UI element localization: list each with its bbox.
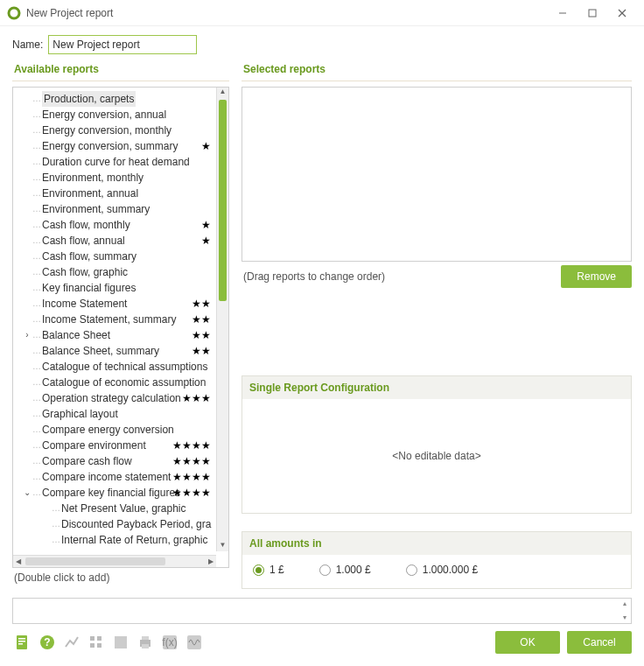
tree-dots: … xyxy=(32,485,40,501)
svg-rect-7 xyxy=(18,641,25,642)
tree-item[interactable]: …Income Statement, summary★★ xyxy=(17,312,213,327)
svg-text:?: ? xyxy=(44,636,50,648)
tree-item[interactable]: …Environment, monthly xyxy=(17,170,213,186)
name-row: Name: xyxy=(0,26,644,60)
star-icon: ★★★★ xyxy=(172,485,211,501)
svg-rect-2 xyxy=(589,10,596,17)
tree-item[interactable]: …Graphical layout xyxy=(17,406,213,422)
radio-label: 1.000.000 £ xyxy=(423,564,478,576)
status-box: ▴ ▾ xyxy=(12,598,632,624)
tree-item-label: Energy conversion, annual xyxy=(42,107,166,123)
tree-item[interactable]: …Cash flow, annual★ xyxy=(17,233,213,249)
horizontal-scrollbar[interactable]: ◀ ▶ xyxy=(13,555,216,567)
tree-dots: … xyxy=(32,296,40,312)
scroll-right-icon[interactable]: ▶ xyxy=(206,556,216,567)
star-icon: ★★★★ xyxy=(172,438,211,453)
help-icon[interactable]: ? xyxy=(37,632,58,653)
chevron-down-icon[interactable]: ⌄ xyxy=(22,485,32,501)
grid-icon[interactable] xyxy=(86,632,107,653)
remove-button[interactable]: Remove xyxy=(561,265,632,288)
amount-radio[interactable]: 1.000.000 £ xyxy=(406,564,478,576)
name-input[interactable] xyxy=(48,35,197,54)
tree-item[interactable]: …Income Statement★★ xyxy=(17,296,213,312)
tree-item-label: Cash flow, graphic xyxy=(42,264,128,280)
star-icon: ★★★★ xyxy=(172,469,211,485)
tree-item-label: Balance Sheet, summary xyxy=(42,343,159,359)
chart-icon[interactable] xyxy=(61,632,82,653)
print-icon[interactable] xyxy=(135,632,156,653)
cancel-button[interactable]: Cancel xyxy=(567,631,632,654)
tree-dots: … xyxy=(32,438,40,453)
tree-item[interactable]: …Operation strategy calculation★★★ xyxy=(17,390,213,406)
tree-item-label: Internal Rate of Return, graphic xyxy=(61,532,207,548)
radio-icon xyxy=(319,564,331,576)
tree-item[interactable]: …Key financial figures xyxy=(17,280,213,296)
selected-reports-list[interactable] xyxy=(242,87,632,262)
tree-item[interactable]: …Production, carpets xyxy=(17,91,213,107)
scroll-left-icon[interactable]: ◀ xyxy=(13,556,24,567)
tree-item[interactable]: …Cash flow, summary xyxy=(17,249,213,264)
tree-dots: … xyxy=(52,501,60,516)
tree-item[interactable]: …Energy conversion, summary★ xyxy=(17,138,213,154)
tree-item[interactable]: …Internal Rate of Return, graphic xyxy=(17,532,213,548)
tree-item[interactable]: …Catalogue of technical assumptions xyxy=(17,359,213,375)
tree-item[interactable]: …Environment, annual xyxy=(17,186,213,201)
tree-dots: … xyxy=(32,91,40,107)
signal-icon[interactable] xyxy=(184,632,205,653)
star-icon: ★★★ xyxy=(182,390,211,406)
tree-item-label: Income Statement xyxy=(42,296,127,312)
tree-item[interactable]: …Duration curve for heat demand xyxy=(17,154,213,170)
scroll-thumb[interactable] xyxy=(219,100,227,301)
star-icon: ★ xyxy=(201,217,211,233)
vertical-scrollbar[interactable]: ▲ ▼ xyxy=(216,88,228,551)
tree-item-label: Compare energy conversion xyxy=(42,422,174,438)
radio-label: 1 £ xyxy=(270,564,284,576)
svg-rect-12 xyxy=(97,636,102,641)
tree-item[interactable]: …Compare income statement★★★★ xyxy=(17,469,213,485)
tree-dots: … xyxy=(32,201,40,217)
scroll-up-icon[interactable]: ▲ xyxy=(217,88,228,98)
tree-item[interactable]: …Compare environment★★★★ xyxy=(17,438,213,453)
export-icon[interactable] xyxy=(12,632,33,653)
tree-item[interactable]: ⌄…Compare key financial figures★★★★ xyxy=(17,485,213,501)
tree-dots: … xyxy=(32,343,40,359)
ok-button[interactable]: OK xyxy=(495,631,560,654)
available-reports-tree[interactable]: …Production, carpets…Energy conversion, … xyxy=(12,87,229,568)
box-icon[interactable] xyxy=(110,632,131,653)
close-button[interactable] xyxy=(607,3,637,24)
chevron-right-icon[interactable]: › xyxy=(22,327,32,343)
tree-item-label: Graphical layout xyxy=(42,406,118,422)
tree-item[interactable]: …Catalogue of economic assumption xyxy=(17,375,213,390)
minimize-button[interactable] xyxy=(548,3,578,24)
tree-item[interactable]: …Energy conversion, annual xyxy=(17,107,213,123)
tree-item[interactable]: …Compare energy conversion xyxy=(17,422,213,438)
tree-item[interactable]: ›…Balance Sheet★★ xyxy=(17,327,213,343)
tree-dots: … xyxy=(32,327,40,343)
svg-rect-11 xyxy=(90,636,94,641)
svg-rect-6 xyxy=(18,638,25,640)
tree-item[interactable]: …Cash flow, monthly★ xyxy=(17,217,213,233)
amount-radio[interactable]: 1.000 £ xyxy=(319,564,371,576)
tree-item[interactable]: …Balance Sheet, summary★★ xyxy=(17,343,213,359)
tree-dots: … xyxy=(32,406,40,422)
scroll-down-icon[interactable]: ▼ xyxy=(217,541,228,551)
maximize-button[interactable] xyxy=(578,3,607,24)
tree-item[interactable]: …Cash flow, graphic xyxy=(17,264,213,280)
tree-dots: … xyxy=(32,453,40,469)
tree-item[interactable]: …Discounted Payback Period, gra xyxy=(17,516,213,532)
function-icon[interactable]: f(x) xyxy=(159,632,180,653)
svg-rect-8 xyxy=(18,643,23,645)
spinner-down-icon[interactable]: ▾ xyxy=(620,614,629,621)
tree-item[interactable]: …Compare cash flow★★★★ xyxy=(17,453,213,469)
app-icon xyxy=(7,6,21,20)
spinner-up-icon[interactable]: ▴ xyxy=(620,600,629,607)
amount-radio[interactable]: 1 £ xyxy=(253,564,284,576)
star-icon: ★★ xyxy=(192,343,211,359)
scroll-thumb-h[interactable] xyxy=(25,557,165,565)
tree-item-label: Energy conversion, summary xyxy=(42,138,178,154)
tree-item[interactable]: …Net Present Value, graphic xyxy=(17,501,213,516)
tree-item-label: Environment, annual xyxy=(42,186,138,201)
tree-item[interactable]: …Energy conversion, monthly xyxy=(17,123,213,138)
tree-item-label: Catalogue of technical assumptions xyxy=(42,359,207,375)
tree-item[interactable]: …Environment, summary xyxy=(17,201,213,217)
